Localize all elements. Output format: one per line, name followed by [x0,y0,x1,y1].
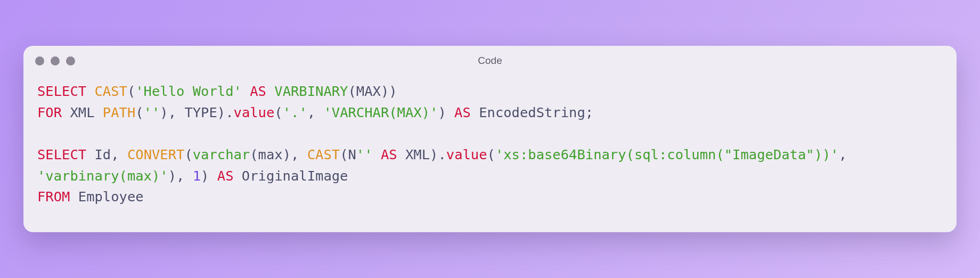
code-token: ( [135,104,143,120]
code-token: ( [184,146,192,162]
code-token: AS [217,168,234,184]
code-token [471,104,479,120]
code-token: ( [274,104,282,120]
code-token: TYPE [184,104,217,120]
titlebar: Code [23,46,957,76]
code-token: ), [168,168,193,184]
code-token: '' [356,146,373,162]
code-token: MAX [356,83,381,99]
code-token: value [446,146,487,162]
code-token: , [307,104,324,120]
code-token [266,83,274,99]
code-token [86,83,94,99]
code-token: 1 [193,168,201,184]
code-token: ) [201,168,217,184]
code-token: 'xs:base64Binary(sql:column("ImageData")… [495,146,839,162]
code-token: value [234,104,275,120]
code-token: '' [144,104,160,120]
code-token: )) [381,83,397,99]
code-token: 'Hello World' [135,83,242,99]
code-token [86,146,94,162]
code-token: , [111,146,127,162]
code-token: ) [430,146,438,162]
code-token: ), [283,146,307,162]
code-token: max [258,146,283,162]
code-token: 'varbinary(max)' [37,168,168,184]
code-token: PATH [103,104,135,120]
code-token [373,146,381,162]
maximize-icon[interactable] [66,56,75,66]
code-token: SELECT [37,83,86,99]
code-token: VARBINARY [274,83,348,99]
code-content[interactable]: SELECT CAST('Hello World' AS VARBINARY(M… [23,76,957,232]
code-token: CAST [307,146,340,162]
code-token: ( [250,146,258,162]
code-token: ; [585,104,593,120]
code-token: , [839,146,855,162]
window-title: Code [23,55,957,67]
code-token [62,104,70,120]
code-token: AS [454,104,471,120]
code-token: . [225,104,233,120]
code-token [234,168,242,184]
code-token: XML [405,146,430,162]
traffic-lights [35,56,75,66]
code-token: Id [94,146,111,162]
code-token: N [348,146,356,162]
code-token: ), [160,104,184,120]
code-token: ( [487,146,495,162]
code-token: AS [250,83,266,99]
code-token: . [438,146,446,162]
code-token: EncodedString [479,104,585,120]
code-token: '.' [283,104,307,120]
code-token: FROM [37,189,70,205]
minimize-icon[interactable] [51,56,60,66]
code-token: CONVERT [127,146,184,162]
code-token: XML [70,104,94,120]
code-token: varchar [193,146,250,162]
code-token: ) [217,104,225,120]
code-window: Code SELECT CAST('Hello World' AS VARBIN… [23,46,957,232]
code-token: SELECT [37,146,86,162]
code-token: ( [348,83,356,99]
close-icon[interactable] [35,56,44,66]
code-token [397,146,405,162]
code-token: AS [381,146,397,162]
code-token: Employee [78,189,144,205]
code-token: ( [127,83,135,99]
code-token: CAST [94,83,127,99]
code-token [242,83,250,99]
code-token: ( [340,146,348,162]
code-token [70,189,78,205]
code-token: 'VARCHAR(MAX)' [323,104,438,120]
code-token: OriginalImage [242,168,348,184]
code-token: FOR [37,104,62,120]
code-token: ) [438,104,454,120]
code-token [94,104,102,120]
